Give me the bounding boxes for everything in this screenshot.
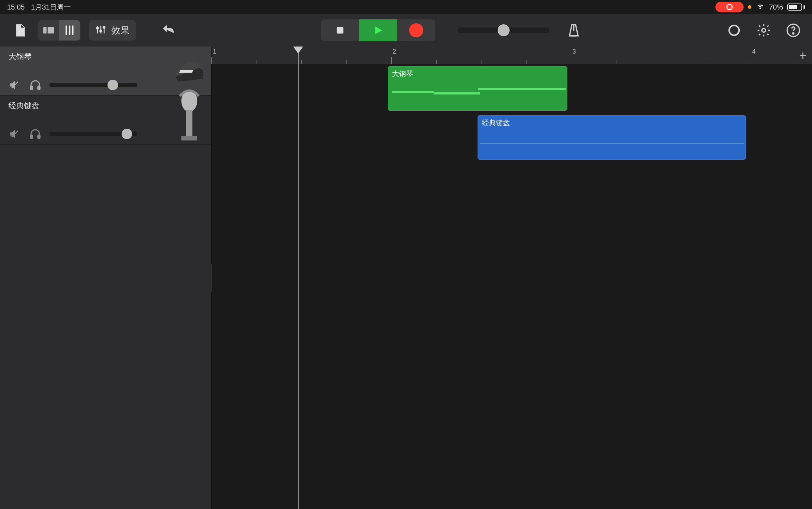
help-button[interactable] <box>785 22 802 39</box>
workspace: 大钢琴 经典键盘 <box>0 47 812 509</box>
record-button[interactable] <box>397 19 435 41</box>
track-volume-slider[interactable] <box>49 132 137 136</box>
track-header[interactable]: 经典键盘 <box>0 96 211 145</box>
ruler-bar-number: 2 <box>393 48 396 55</box>
ruler-bar-number: 3 <box>572 48 576 55</box>
svg-rect-17 <box>38 135 40 139</box>
track-lane[interactable]: 经典键盘 <box>211 113 812 162</box>
ruler-bar-number: 4 <box>752 48 756 55</box>
master-volume-slider[interactable] <box>458 27 549 33</box>
region[interactable]: 大钢琴 <box>388 66 567 111</box>
svg-rect-13 <box>31 86 33 90</box>
fx-label: 效果 <box>111 24 130 37</box>
svg-point-10 <box>762 29 766 32</box>
region-label: 经典键盘 <box>482 119 510 127</box>
status-bar: 15:05 1月31日周一 70% <box>0 0 812 14</box>
svg-rect-3 <box>69 26 70 35</box>
svg-rect-8 <box>337 27 344 34</box>
timeline[interactable]: 1234 + 大钢琴 经典键盘 <box>211 47 812 509</box>
mute-icon[interactable] <box>8 79 21 91</box>
battery-icon <box>787 4 805 11</box>
svg-rect-16 <box>31 135 33 139</box>
svg-rect-19 <box>186 110 192 137</box>
loop-browser-button[interactable] <box>725 22 743 39</box>
svg-rect-2 <box>66 26 67 35</box>
svg-rect-15 <box>179 70 193 73</box>
microphone-icon <box>173 104 205 136</box>
track-lanes: 大钢琴 经典键盘 <box>211 64 812 509</box>
svg-rect-20 <box>182 136 197 141</box>
view-browser-icon[interactable] <box>38 20 59 41</box>
status-date: 1月31日周一 <box>31 2 71 12</box>
playhead[interactable] <box>298 47 299 509</box>
svg-point-9 <box>729 25 739 35</box>
screen-recording-indicator[interactable] <box>715 2 744 12</box>
metronome-button[interactable] <box>565 22 583 39</box>
undo-button[interactable] <box>159 20 178 40</box>
region[interactable]: 经典键盘 <box>478 115 746 160</box>
track-volume-slider[interactable] <box>49 83 137 87</box>
my-songs-button[interactable] <box>10 20 30 40</box>
track-lane[interactable]: 大钢琴 <box>211 64 812 113</box>
status-time: 15:05 <box>7 3 25 11</box>
svg-rect-4 <box>72 26 74 35</box>
svg-point-7 <box>103 26 105 28</box>
headphones-icon[interactable] <box>29 128 42 140</box>
region-label: 大钢琴 <box>392 70 413 78</box>
mixer-icon <box>95 24 106 37</box>
transport-controls <box>321 19 435 41</box>
add-track-button[interactable]: + <box>796 49 809 62</box>
fx-segment[interactable]: 效果 <box>89 20 136 41</box>
track-list: 大钢琴 经典键盘 <box>0 47 211 509</box>
view-tracks-icon[interactable] <box>59 20 80 41</box>
svg-rect-0 <box>43 27 47 33</box>
settings-button[interactable] <box>755 22 773 39</box>
wifi-icon <box>756 2 765 13</box>
battery-percent: 70% <box>769 3 783 11</box>
toolbar: 效果 <box>0 14 812 47</box>
view-mode-segment[interactable] <box>38 20 80 41</box>
mic-in-use-dot <box>748 5 751 9</box>
mute-icon[interactable] <box>8 128 21 140</box>
svg-point-12 <box>793 33 794 34</box>
headphones-icon[interactable] <box>29 79 42 91</box>
svg-point-5 <box>97 27 98 29</box>
svg-point-6 <box>100 30 102 32</box>
svg-rect-1 <box>48 27 54 33</box>
ruler-bar-number: 1 <box>213 48 216 55</box>
svg-rect-14 <box>38 86 40 90</box>
play-button[interactable] <box>359 19 397 41</box>
piano-icon <box>173 55 205 87</box>
stop-button[interactable] <box>321 19 359 41</box>
